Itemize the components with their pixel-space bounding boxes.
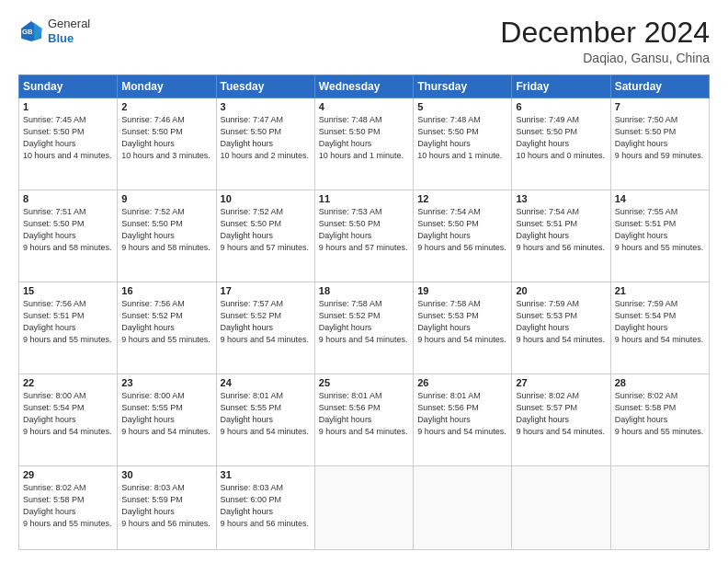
weekday-header-thursday: Thursday bbox=[414, 75, 512, 98]
day-info: Sunrise: 7:52 AMSunset: 5:50 PMDaylight … bbox=[121, 206, 211, 254]
day-info: Sunrise: 7:46 AMSunset: 5:50 PMDaylight … bbox=[121, 114, 211, 162]
calendar-cell: 22 Sunrise: 8:00 AMSunset: 5:54 PMDaylig… bbox=[19, 374, 118, 466]
day-info: Sunrise: 7:47 AMSunset: 5:50 PMDaylight … bbox=[221, 114, 311, 162]
weekday-header-friday: Friday bbox=[512, 75, 610, 98]
calendar-cell: 4 Sunrise: 7:48 AMSunset: 5:50 PMDayligh… bbox=[314, 98, 413, 190]
day-info: Sunrise: 7:54 AMSunset: 5:51 PMDaylight … bbox=[516, 206, 606, 254]
day-info: Sunrise: 7:56 AMSunset: 5:51 PMDaylight … bbox=[23, 298, 113, 346]
day-number: 20 bbox=[516, 285, 606, 296]
calendar-body: 1 Sunrise: 7:45 AMSunset: 5:50 PMDayligh… bbox=[19, 98, 710, 550]
day-number: 19 bbox=[417, 285, 507, 296]
day-number: 10 bbox=[221, 193, 311, 204]
calendar-cell: 24 Sunrise: 8:01 AMSunset: 5:55 PMDaylig… bbox=[216, 374, 314, 466]
calendar-cell: 5 Sunrise: 7:48 AMSunset: 5:50 PMDayligh… bbox=[414, 98, 512, 190]
calendar-week-1: 1 Sunrise: 7:45 AMSunset: 5:50 PMDayligh… bbox=[19, 98, 710, 190]
calendar-cell: 3 Sunrise: 7:47 AMSunset: 5:50 PMDayligh… bbox=[216, 98, 314, 190]
calendar-cell: 11 Sunrise: 7:53 AMSunset: 5:50 PMDaylig… bbox=[314, 190, 413, 282]
weekday-header-tuesday: Tuesday bbox=[216, 75, 314, 98]
day-number: 11 bbox=[319, 193, 409, 204]
calendar-cell: 8 Sunrise: 7:51 AMSunset: 5:50 PMDayligh… bbox=[19, 190, 118, 282]
day-info: Sunrise: 7:59 AMSunset: 5:53 PMDaylight … bbox=[516, 298, 606, 346]
day-info: Sunrise: 8:03 AMSunset: 5:59 PMDaylight … bbox=[121, 482, 211, 530]
day-number: 1 bbox=[23, 101, 113, 112]
calendar-cell bbox=[414, 466, 512, 550]
calendar-cell: 15 Sunrise: 7:56 AMSunset: 5:51 PMDaylig… bbox=[19, 282, 118, 374]
calendar-cell: 9 Sunrise: 7:52 AMSunset: 5:50 PMDayligh… bbox=[118, 190, 216, 282]
logo: GB General Blue bbox=[18, 17, 90, 45]
day-info: Sunrise: 7:49 AMSunset: 5:50 PMDaylight … bbox=[516, 114, 606, 162]
day-number: 8 bbox=[23, 193, 113, 204]
weekday-header-sunday: Sunday bbox=[19, 75, 118, 98]
logo-text: General Blue bbox=[48, 17, 90, 45]
calendar-cell: 30 Sunrise: 8:03 AMSunset: 5:59 PMDaylig… bbox=[118, 466, 216, 550]
day-number: 16 bbox=[121, 285, 211, 296]
calendar-cell: 20 Sunrise: 7:59 AMSunset: 5:53 PMDaylig… bbox=[512, 282, 610, 374]
day-info: Sunrise: 8:02 AMSunset: 5:58 PMDaylight … bbox=[615, 390, 705, 438]
day-info: Sunrise: 8:02 AMSunset: 5:57 PMDaylight … bbox=[516, 390, 606, 438]
day-info: Sunrise: 7:48 AMSunset: 5:50 PMDaylight … bbox=[319, 114, 409, 162]
calendar-week-2: 8 Sunrise: 7:51 AMSunset: 5:50 PMDayligh… bbox=[19, 190, 710, 282]
day-info: Sunrise: 8:00 AMSunset: 5:55 PMDaylight … bbox=[121, 390, 211, 438]
calendar-cell bbox=[512, 466, 610, 550]
day-info: Sunrise: 8:01 AMSunset: 5:55 PMDaylight … bbox=[221, 390, 311, 438]
header: GB General Blue December 2024 Daqiao, Ga… bbox=[18, 17, 710, 65]
day-number: 7 bbox=[615, 101, 705, 112]
day-number: 6 bbox=[516, 101, 606, 112]
day-info: Sunrise: 7:59 AMSunset: 5:54 PMDaylight … bbox=[615, 298, 705, 346]
calendar-cell: 19 Sunrise: 7:58 AMSunset: 5:53 PMDaylig… bbox=[414, 282, 512, 374]
weekday-header-saturday: Saturday bbox=[610, 75, 709, 98]
calendar-cell: 21 Sunrise: 7:59 AMSunset: 5:54 PMDaylig… bbox=[610, 282, 709, 374]
calendar-cell: 18 Sunrise: 7:58 AMSunset: 5:52 PMDaylig… bbox=[314, 282, 413, 374]
calendar-cell: 29 Sunrise: 8:02 AMSunset: 5:58 PMDaylig… bbox=[19, 466, 118, 550]
day-number: 29 bbox=[23, 469, 113, 480]
title-block: December 2024 Daqiao, Gansu, China bbox=[500, 17, 710, 65]
calendar-cell: 2 Sunrise: 7:46 AMSunset: 5:50 PMDayligh… bbox=[118, 98, 216, 190]
day-info: Sunrise: 7:51 AMSunset: 5:50 PMDaylight … bbox=[23, 206, 113, 254]
calendar-cell: 31 Sunrise: 8:03 AMSunset: 6:00 PMDaylig… bbox=[216, 466, 314, 550]
day-info: Sunrise: 7:58 AMSunset: 5:52 PMDaylight … bbox=[319, 298, 409, 346]
calendar-cell: 26 Sunrise: 8:01 AMSunset: 5:56 PMDaylig… bbox=[414, 374, 512, 466]
day-info: Sunrise: 7:54 AMSunset: 5:50 PMDaylight … bbox=[417, 206, 507, 254]
calendar-table: SundayMondayTuesdayWednesdayThursdayFrid… bbox=[18, 75, 710, 550]
day-info: Sunrise: 8:00 AMSunset: 5:54 PMDaylight … bbox=[23, 390, 113, 438]
calendar-cell: 6 Sunrise: 7:49 AMSunset: 5:50 PMDayligh… bbox=[512, 98, 610, 190]
day-number: 31 bbox=[221, 469, 311, 480]
day-number: 12 bbox=[417, 193, 507, 204]
day-number: 14 bbox=[615, 193, 705, 204]
day-number: 3 bbox=[221, 101, 311, 112]
day-info: Sunrise: 7:45 AMSunset: 5:50 PMDaylight … bbox=[23, 114, 113, 162]
day-number: 24 bbox=[221, 377, 311, 388]
day-number: 22 bbox=[23, 377, 113, 388]
calendar-cell bbox=[610, 466, 709, 550]
weekday-header-row: SundayMondayTuesdayWednesdayThursdayFrid… bbox=[19, 75, 710, 98]
day-number: 27 bbox=[516, 377, 606, 388]
day-number: 30 bbox=[121, 469, 211, 480]
day-info: Sunrise: 7:56 AMSunset: 5:52 PMDaylight … bbox=[121, 298, 211, 346]
day-number: 26 bbox=[417, 377, 507, 388]
day-info: Sunrise: 8:03 AMSunset: 6:00 PMDaylight … bbox=[221, 482, 311, 530]
day-info: Sunrise: 7:48 AMSunset: 5:50 PMDaylight … bbox=[417, 114, 507, 162]
day-number: 15 bbox=[23, 285, 113, 296]
day-info: Sunrise: 7:50 AMSunset: 5:50 PMDaylight … bbox=[615, 114, 705, 162]
day-number: 23 bbox=[121, 377, 211, 388]
day-info: Sunrise: 7:52 AMSunset: 5:50 PMDaylight … bbox=[221, 206, 311, 254]
day-info: Sunrise: 7:58 AMSunset: 5:53 PMDaylight … bbox=[417, 298, 507, 346]
calendar-cell: 25 Sunrise: 8:01 AMSunset: 5:56 PMDaylig… bbox=[314, 374, 413, 466]
day-number: 18 bbox=[319, 285, 409, 296]
day-number: 4 bbox=[319, 101, 409, 112]
calendar-cell: 12 Sunrise: 7:54 AMSunset: 5:50 PMDaylig… bbox=[414, 190, 512, 282]
day-number: 17 bbox=[221, 285, 311, 296]
calendar-week-4: 22 Sunrise: 8:00 AMSunset: 5:54 PMDaylig… bbox=[19, 374, 710, 466]
day-info: Sunrise: 7:57 AMSunset: 5:52 PMDaylight … bbox=[221, 298, 311, 346]
calendar-cell bbox=[314, 466, 413, 550]
day-number: 9 bbox=[121, 193, 211, 204]
day-info: Sunrise: 8:01 AMSunset: 5:56 PMDaylight … bbox=[417, 390, 507, 438]
weekday-header-monday: Monday bbox=[118, 75, 216, 98]
logo-general: General bbox=[48, 17, 90, 31]
calendar-week-3: 15 Sunrise: 7:56 AMSunset: 5:51 PMDaylig… bbox=[19, 282, 710, 374]
calendar-cell: 27 Sunrise: 8:02 AMSunset: 5:57 PMDaylig… bbox=[512, 374, 610, 466]
logo-icon: GB bbox=[18, 18, 44, 44]
day-number: 5 bbox=[417, 101, 507, 112]
logo-blue: Blue bbox=[48, 31, 90, 46]
location-title: Daqiao, Gansu, China bbox=[500, 51, 710, 65]
